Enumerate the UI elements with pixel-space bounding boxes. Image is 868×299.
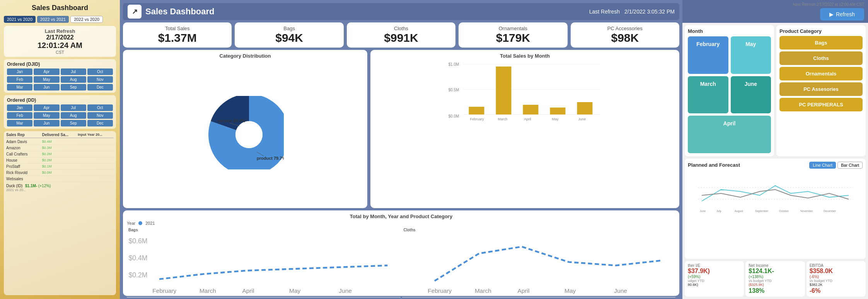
ordered-dd-aug[interactable]: Aug bbox=[61, 112, 86, 119]
month-chip-april[interactable]: April bbox=[688, 116, 771, 153]
rep-input bbox=[78, 140, 114, 144]
bar-may bbox=[550, 108, 566, 114]
year-btn-2021-vs-2020[interactable]: 2021 vs 2020 bbox=[4, 16, 36, 23]
month-chip-june[interactable]: June bbox=[731, 76, 771, 114]
metric-ebitda-value: $358.0K bbox=[810, 268, 863, 275]
next-refresh-label: Next Refresh bbox=[793, 2, 815, 7]
svg-text:$0.0M: $0.0M bbox=[448, 114, 459, 118]
month-chip-may[interactable]: May bbox=[731, 36, 771, 74]
ordered-dd-jul[interactable]: Jul bbox=[61, 104, 86, 111]
table-row[interactable]: Websales bbox=[6, 176, 114, 182]
product-chip-pc[interactable]: PC Assesories bbox=[779, 82, 863, 96]
header-last-refresh-value: 2/1/2022 3:05:32 PM bbox=[624, 9, 675, 15]
ordered-dd-mar[interactable]: Mar bbox=[7, 120, 32, 126]
rep-delivered: $0.0M bbox=[42, 171, 78, 175]
ordered-aug[interactable]: Aug bbox=[61, 76, 86, 83]
ordered-dd-feb[interactable]: Feb bbox=[7, 112, 32, 119]
charts-row: Category Distribution service 20.3% prod… bbox=[123, 50, 679, 208]
table-row[interactable]: ProStaff $0.1M bbox=[6, 164, 114, 170]
year-btn-2022-vs-2021[interactable]: 2022 vs 2021 bbox=[37, 16, 69, 23]
ordered-dd-apr[interactable]: Apr bbox=[34, 104, 59, 111]
table-row[interactable]: Adam Davis $0.4M bbox=[6, 139, 114, 145]
ordered-dd-dec[interactable]: Dec bbox=[87, 120, 113, 126]
bar-chart-container: $1.0M $0.5M $0.0M February March bbox=[374, 60, 675, 205]
svg-text:June: June bbox=[700, 210, 706, 212]
ordered-jun[interactable]: Jun bbox=[34, 84, 59, 91]
left-panel-title: Sales Dashboard bbox=[4, 4, 116, 12]
svg-text:March: March bbox=[474, 287, 491, 294]
ordered-oct[interactable]: Oct bbox=[87, 68, 113, 75]
rep-delivered: $0.1M bbox=[42, 164, 78, 169]
duck-vs: 2021 vs 20... bbox=[6, 188, 114, 192]
svg-text:February: February bbox=[470, 117, 484, 121]
kpi-row: Total Sales $1.37M Bags $94K Cloths $991… bbox=[123, 22, 679, 48]
ordered-dd-sep[interactable]: Sep bbox=[61, 120, 86, 126]
ordered-feb[interactable]: Feb bbox=[7, 76, 32, 83]
ordered-dec[interactable]: Dec bbox=[87, 84, 113, 91]
kpi-cloths-label: Cloths bbox=[394, 26, 408, 31]
year-value: 2021 bbox=[145, 221, 155, 226]
kpi-total-sales-value: $1.37M bbox=[158, 31, 197, 44]
ordered-dd-oct[interactable]: Oct bbox=[87, 104, 113, 111]
ordered-apr[interactable]: Apr bbox=[34, 68, 59, 75]
metric-other-ie-sub-val: 80.6K) bbox=[688, 283, 741, 287]
kpi-total-sales-label: Total Sales bbox=[165, 26, 190, 31]
product-chip-cloths[interactable]: Cloths bbox=[779, 51, 863, 65]
sales-table-header: Sales Rep Delivered Sa... Input Year 20.… bbox=[6, 133, 114, 138]
kpi-pc-accessories: PC Accessories $98K bbox=[571, 22, 679, 48]
refresh-button[interactable]: ▶ Refresh bbox=[820, 8, 864, 21]
ordered-mar[interactable]: Mar bbox=[7, 84, 32, 91]
header-last-refresh: Last Refresh 2/1/2022 3:05:32 PM bbox=[586, 9, 675, 15]
rep-name: Websales bbox=[6, 177, 42, 181]
bar-chart-btn[interactable]: Bar Chart bbox=[837, 162, 863, 169]
metric-net-income-sub-val: ($325.9K) bbox=[749, 283, 801, 287]
product-chip-bags[interactable]: Bags bbox=[779, 36, 863, 50]
ordered-may[interactable]: May bbox=[34, 76, 59, 83]
ordered-dd-may[interactable]: May bbox=[34, 112, 59, 119]
svg-text:April: April bbox=[517, 287, 529, 294]
sparkline-bags: Bags $0.6M $0.4M $0.2M February March Ap… bbox=[127, 227, 401, 297]
metric-net-income-change: (+138%) bbox=[749, 275, 801, 279]
rep-delivered: $0.2M bbox=[42, 158, 78, 162]
svg-text:$0.2M: $0.2M bbox=[128, 271, 147, 279]
right-top-content: Next Refresh 2/17/2022 at 12:00 AM CST ▶… bbox=[793, 2, 864, 21]
product-chip-ornamentals[interactable]: Ornamentals bbox=[779, 67, 863, 80]
month-chip-march[interactable]: March bbox=[688, 76, 728, 114]
rep-input bbox=[78, 164, 114, 169]
bottom-chart-box: Total by Month, Year and Product Categor… bbox=[123, 210, 679, 296]
ordered-sep[interactable]: Sep bbox=[61, 84, 86, 91]
col-delivered: Delivered Sa... bbox=[42, 133, 78, 137]
ordered-dd-nov[interactable]: Nov bbox=[87, 112, 113, 119]
product-box: Product Category Bags Cloths Ornamentals… bbox=[776, 25, 866, 156]
main-header-left: ↗ Sales Dashboard bbox=[128, 5, 215, 19]
line-chart-btn[interactable]: Line Chart bbox=[809, 162, 836, 169]
last-refresh-label: Last Refresh bbox=[8, 28, 112, 34]
table-row[interactable]: Call Crafters $0.2M bbox=[6, 151, 114, 157]
table-row[interactable]: Rick Risvold $0.0M bbox=[6, 170, 114, 176]
product-chip-peripherals[interactable]: PC PERIPHERALS bbox=[779, 98, 863, 111]
metric-other-ie-sub: udget YTD bbox=[688, 279, 741, 283]
svg-text:July: July bbox=[716, 210, 721, 213]
ordered-nov[interactable]: Nov bbox=[87, 76, 113, 83]
ordered-dd-grid: Jan Apr Jul Oct Feb May Aug Nov Mar Jun … bbox=[7, 104, 113, 126]
pie-product-label: product 79.7% bbox=[257, 156, 284, 161]
ordered-dd-jan[interactable]: Jan bbox=[7, 104, 32, 111]
ordered-jan[interactable]: Jan bbox=[7, 68, 32, 75]
year-btn-2022-vs-2020[interactable]: 2022 vs 2020 bbox=[70, 16, 103, 23]
kpi-bags: Bags $94K bbox=[235, 22, 343, 48]
ordered-jul[interactable]: Jul bbox=[61, 68, 86, 75]
forecast-title: Planned and Forecast bbox=[688, 162, 740, 168]
bottom-chart-title: Total by Month, Year and Product Categor… bbox=[127, 214, 675, 219]
metric-ebitda-sub: vs budget YTD bbox=[810, 279, 863, 283]
table-row[interactable]: House $0.2M bbox=[6, 157, 114, 164]
table-row[interactable]: Amazon $0.3M bbox=[6, 145, 114, 151]
month-grid: February May March June April bbox=[688, 36, 771, 153]
last-refresh-box: Last Refresh 2/17/2022 12:01:24 AM CST bbox=[4, 26, 116, 57]
col-input-year: Input Year 20... bbox=[78, 133, 114, 137]
col-sales-rep: Sales Rep bbox=[6, 133, 42, 137]
sparkline-bags-label: Bags bbox=[128, 228, 138, 232]
svg-point-2 bbox=[235, 121, 263, 148]
ordered-dd-jun[interactable]: Jun bbox=[34, 120, 59, 126]
bar-march bbox=[496, 67, 512, 114]
month-chip-february[interactable]: February bbox=[688, 36, 728, 74]
